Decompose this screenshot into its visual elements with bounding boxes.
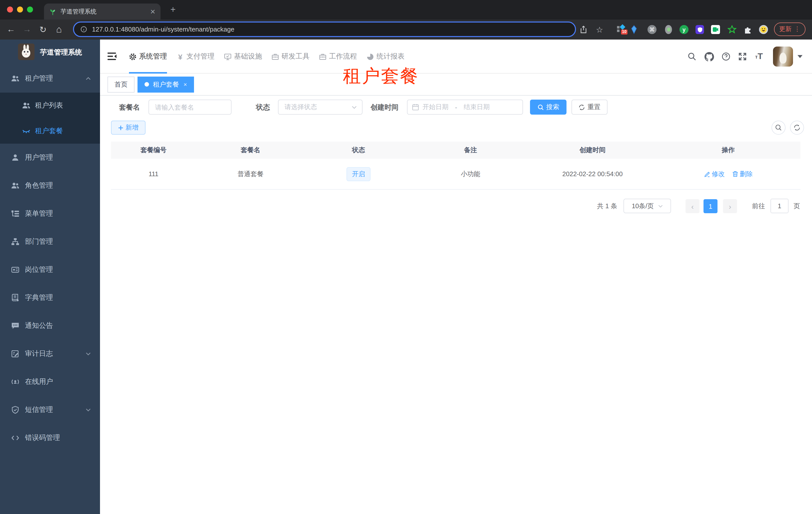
rabbit-logo-image — [18, 44, 34, 60]
refresh-button[interactable] — [790, 120, 804, 135]
minimize-window-button[interactable] — [17, 6, 23, 12]
sidebar-item-tenant-list[interactable]: 租户列表 — [0, 92, 100, 118]
cell-status: 开启 — [305, 159, 412, 189]
github-icon[interactable] — [701, 39, 717, 74]
close-icon[interactable]: ✕ — [150, 8, 155, 15]
sidebar-item-dict-management[interactable]: 字典管理 — [0, 284, 100, 312]
page-1-button[interactable]: 1 — [703, 199, 718, 213]
sidebar-item-tenant-management[interactable]: 租户管理 — [0, 64, 100, 92]
prev-page-button[interactable]: ‹ — [686, 199, 699, 213]
y-circle-extension-icon[interactable]: y — [679, 25, 689, 34]
sidebar-item-label: 审计日志 — [25, 340, 53, 368]
sidebar-item-label: 部门管理 — [25, 228, 53, 256]
stats-extension-icon[interactable]: 10 — [617, 25, 626, 34]
help-icon[interactable] — [719, 39, 733, 74]
sidebar-item-tenant-package[interactable]: 租户套餐 — [0, 118, 100, 144]
browser-update-button[interactable]: 更新 ⋮ — [774, 23, 806, 36]
top-nav-infra[interactable]: 基础设施 — [224, 39, 262, 74]
search-button[interactable]: 搜索 — [530, 100, 567, 115]
delete-link[interactable]: 删除 — [732, 169, 753, 179]
date-end-placeholder: 结束日期 — [464, 103, 490, 112]
sidebar-item-label: 短信管理 — [25, 396, 53, 424]
close-window-button[interactable] — [7, 6, 13, 12]
page-size-select[interactable]: 10条/页 — [624, 199, 671, 213]
search-icon[interactable] — [685, 39, 699, 74]
sidebar-item-online-users[interactable]: 在线用户 — [0, 368, 100, 396]
sidebar-item-audit-log[interactable]: 审计日志 — [0, 340, 100, 368]
sidebar-item-user-management[interactable]: 用户管理 — [0, 144, 100, 172]
top-nav-payment[interactable]: ¥ 支付管理 — [176, 39, 214, 74]
pagination: 共 1 条 10条/页 ‹ 1 › 前往 页 — [100, 194, 812, 214]
browser-tab[interactable]: 芋道管理系统 ✕ — [44, 3, 161, 20]
toolbox-icon — [271, 53, 279, 60]
gem-extension-icon[interactable] — [630, 25, 638, 34]
sidebar-item-error-code[interactable]: 错误码管理 — [0, 424, 100, 452]
shield-extension-icon[interactable] — [696, 25, 704, 34]
caret-down-icon[interactable] — [798, 55, 803, 58]
share-icon[interactable] — [577, 20, 590, 39]
next-page-button[interactable]: › — [723, 199, 737, 213]
fullscreen-icon[interactable] — [735, 39, 750, 74]
table-header-row: 套餐编号 套餐名 状态 备注 创建时间 操作 — [111, 142, 801, 159]
zoom-window-button[interactable] — [27, 6, 33, 12]
gear-icon — [129, 53, 137, 60]
status-select[interactable]: 请选择状态 — [278, 100, 362, 115]
sidebar-item-label: 通知公告 — [25, 312, 53, 340]
monitor-icon — [224, 53, 232, 60]
star-icon[interactable]: ☆ — [592, 20, 607, 39]
top-nav-devtools[interactable]: 研发工具 — [271, 39, 310, 74]
top-nav-label: 统计报表 — [377, 52, 405, 61]
sidebar-item-label: 租户列表 — [35, 92, 63, 118]
sidebar-item-role-management[interactable]: 角色管理 — [0, 172, 100, 200]
calendar-icon — [412, 104, 419, 111]
home-icon[interactable]: ⌂ — [52, 20, 66, 39]
back-arrow-icon[interactable]: ← — [4, 20, 18, 39]
puzzle-extension-icon[interactable] — [744, 25, 753, 34]
command-extension-icon[interactable]: ⌘ — [647, 25, 657, 34]
sidebar: 芋道管理系统 租户管理 租户列表 租户套餐 — [0, 39, 100, 514]
chat-extension-icon[interactable] — [711, 25, 720, 34]
reload-icon[interactable]: ↻ — [36, 20, 50, 39]
hamburger-icon[interactable] — [108, 52, 117, 60]
sidebar-item-post-management[interactable]: 岗位管理 — [0, 256, 100, 284]
edit-link[interactable]: 修改 — [704, 169, 725, 179]
sidebar-item-announcement[interactable]: 通知公告 — [0, 312, 100, 340]
kebab-menu-icon[interactable]: ⋮ — [794, 26, 801, 32]
audit-log-icon — [11, 350, 20, 358]
goto-page-input[interactable] — [771, 199, 788, 213]
status-badge: 开启 — [347, 167, 371, 181]
sidebar-logo[interactable]: 芋道管理系统 — [0, 39, 100, 64]
filter-date-label: 创建时间 — [371, 100, 399, 115]
smiley-extension-icon[interactable] — [759, 25, 768, 34]
sidebar-item-label: 在线用户 — [25, 368, 53, 396]
font-size-icon[interactable]: тT — [752, 39, 766, 74]
add-button[interactable]: 新增 — [111, 120, 145, 135]
sidebar-item-sms-management[interactable]: 短信管理 — [0, 396, 100, 424]
chevron-down-icon — [86, 407, 91, 413]
col-header: 创建时间 — [529, 142, 656, 159]
sidebar-item-menu-management[interactable]: 菜单管理 — [0, 200, 100, 228]
search-toggle-button[interactable] — [772, 120, 785, 135]
top-nav-label: 研发工具 — [282, 52, 310, 61]
url-bar[interactable]: 127.0.0.1:48080/admin-ui/system/tenant/p… — [73, 22, 576, 37]
dot-extension-icon[interactable] — [664, 25, 673, 34]
package-name-input[interactable] — [149, 100, 231, 114]
star-extension-icon[interactable] — [727, 25, 736, 34]
sms-shield-icon — [11, 406, 20, 414]
plus-icon — [118, 125, 123, 130]
chevron-down-icon — [658, 204, 663, 209]
top-nav-system[interactable]: 系统管理 — [129, 39, 167, 74]
sidebar-item-label: 错误码管理 — [25, 424, 60, 452]
tag-tenant-package[interactable]: 租户套餐 × — [138, 76, 194, 92]
forward-arrow-icon[interactable]: → — [20, 20, 34, 39]
date-range-picker[interactable]: 开始日期 - 结束日期 — [407, 100, 523, 115]
package-table: 套餐编号 套餐名 状态 备注 创建时间 操作 111 普通套餐 开启 小功能 2… — [111, 142, 801, 190]
new-tab-button[interactable]: + — [167, 4, 179, 15]
close-icon[interactable]: × — [183, 81, 187, 88]
tag-home[interactable]: 首页 — [108, 76, 135, 92]
sidebar-item-label: 岗位管理 — [25, 256, 53, 284]
user-avatar[interactable] — [773, 47, 793, 66]
sidebar-item-dept-management[interactable]: 部门管理 — [0, 228, 100, 256]
tag-label: 首页 — [115, 80, 127, 89]
reset-button[interactable]: 重置 — [572, 100, 608, 115]
